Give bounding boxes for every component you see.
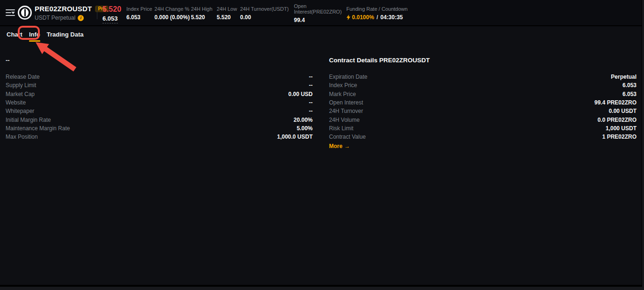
arrow-right-icon: → bbox=[344, 143, 350, 149]
lightning-icon bbox=[346, 15, 351, 20]
info-row-maintenance-margin: Maintenance Margin Rate 5.00% bbox=[6, 124, 313, 133]
stat-24h-low: 24H Low 5.520 bbox=[217, 6, 237, 21]
menu-bar bbox=[6, 12, 11, 13]
contract-row-open-interest: Open Interest 99.4 PRE02ZRO bbox=[329, 98, 637, 107]
stat-24h-high: 24H High 5.520 bbox=[191, 6, 212, 21]
info-row-supply-limit: Supply Limit -- bbox=[6, 81, 313, 89]
stat-open-interest: Open Interest(PRE02ZRO) 99.4 bbox=[294, 3, 345, 23]
info-row-market-cap: Market Cap 0.00 USD bbox=[6, 90, 313, 98]
contract-row-contract-value: Contract Value 1 PRE02ZRO bbox=[329, 133, 637, 141]
active-tab-indicator bbox=[29, 40, 40, 42]
contract-type-label: USDT Perpetual bbox=[35, 15, 75, 21]
tab-trading-data[interactable]: Trading Data bbox=[46, 29, 85, 42]
info-row-whitepaper: Whitepaper -- bbox=[6, 107, 313, 115]
token-info-section: -- Release Date -- Supply Limit -- Marke… bbox=[6, 57, 313, 141]
coin-logo-slot bbox=[24, 9, 26, 16]
info-panel: Chart Info Trading Data -- Release Date … bbox=[0, 26, 642, 285]
tab-chart[interactable]: Chart bbox=[6, 29, 23, 42]
contract-row-expiration: Expiration Date Perpetual bbox=[329, 73, 637, 81]
contract-details-section: Contract Details PRE02ZROUSDT Expiration… bbox=[329, 57, 637, 149]
menu-bar bbox=[6, 9, 15, 10]
menu-bar bbox=[6, 15, 15, 16]
stat-24h-change: 24H Change % 0.000 (0.00%) bbox=[154, 6, 190, 21]
funding-separator: / bbox=[376, 14, 378, 21]
markets-menu-icon[interactable] bbox=[6, 9, 15, 16]
tab-info[interactable]: Info bbox=[28, 29, 41, 42]
header-divider bbox=[97, 7, 97, 19]
page-edge-right bbox=[642, 0, 644, 290]
coin-name: -- bbox=[6, 57, 313, 64]
stat-funding-rate: Funding Rate / Countdown 0.0100% / 04:30… bbox=[346, 6, 408, 21]
page: PRE02ZROUSDT Pre USDT Perpetual i 5.520 … bbox=[0, 0, 644, 290]
contract-row-24h-turnover: 24H Turnover 0.00 USDT bbox=[329, 107, 637, 115]
last-price: 5.520 bbox=[102, 5, 121, 14]
coin-logo-icon bbox=[18, 6, 32, 20]
symbol-name: PRE02ZROUSDT bbox=[35, 5, 92, 13]
chevron-down-icon bbox=[11, 12, 15, 14]
info-row-max-position: Max Position 1,000.0 USDT bbox=[6, 133, 313, 141]
contract-row-mark-price: Mark Price 6.053 bbox=[329, 90, 637, 98]
funding-rate-value: 0.0100% bbox=[352, 14, 374, 21]
stat-index-price: Index Price 6.053 bbox=[126, 6, 152, 21]
info-icon[interactable]: i bbox=[78, 15, 84, 21]
mark-price-small: 6.053 bbox=[102, 15, 118, 23]
contract-row-risk-limit: Risk Limit 1,000 USDT bbox=[329, 124, 637, 133]
info-row-release-date: Release Date -- bbox=[6, 73, 313, 81]
contract-row-24h-volume: 24H Volume 0.0 PRE02ZRO bbox=[329, 115, 637, 124]
instrument-header: PRE02ZROUSDT Pre USDT Perpetual i 5.520 … bbox=[0, 0, 642, 25]
funding-countdown: 04:30:35 bbox=[381, 14, 403, 21]
contract-details-title: Contract Details PRE02ZROUSDT bbox=[329, 57, 637, 64]
info-row-website: Website -- bbox=[6, 98, 313, 107]
tab-bar: Chart Info Trading Data bbox=[6, 29, 85, 42]
page-edge-bottom bbox=[0, 287, 642, 290]
stat-24h-turnover: 24H Turnover(USDT) 0.00 bbox=[240, 6, 289, 21]
contract-row-index-price: Index Price 6.053 bbox=[329, 81, 637, 89]
price-block: 5.520 6.053 bbox=[102, 5, 121, 23]
more-link[interactable]: More → bbox=[329, 143, 350, 149]
info-row-initial-margin: Initial Margin Rate 20.00% bbox=[6, 115, 313, 124]
